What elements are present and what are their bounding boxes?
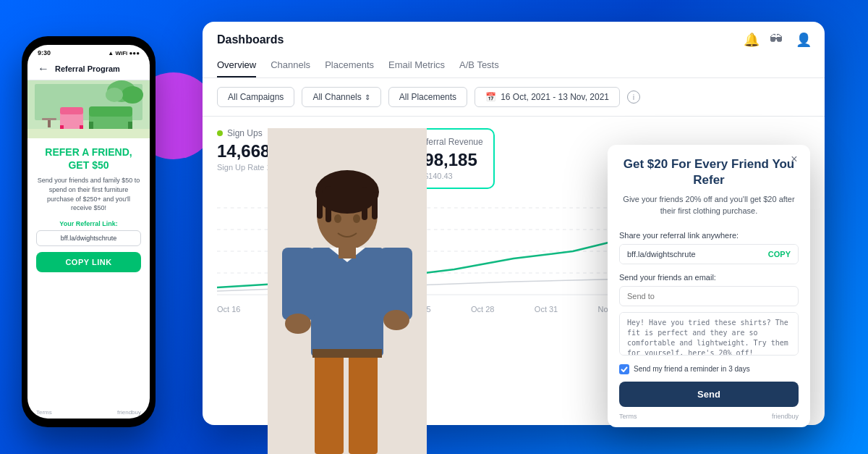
svg-rect-39: [312, 349, 382, 358]
popup-link-row: COPY: [619, 244, 799, 264]
svg-point-9: [122, 86, 143, 104]
info-icon[interactable]: i: [627, 91, 640, 104]
phone-back-button[interactable]: ←: [38, 62, 49, 75]
svg-rect-17: [89, 122, 93, 129]
popup-email-label: Send your friends an email:: [619, 273, 799, 282]
svg-rect-21: [27, 129, 150, 138]
sign-ups-dot: [217, 130, 223, 136]
svg-rect-38: [339, 244, 356, 258]
svg-point-35: [383, 310, 409, 330]
phone-status-bar: 9:30 ▲ WiFi ●●●: [27, 45, 150, 59]
tab-email-metrics[interactable]: Email Metrics: [388, 54, 445, 77]
phone-footer: Terms friendbuy: [27, 406, 150, 419]
svg-point-34: [285, 314, 311, 334]
dashboard-tabs: Overview Channels Placements Email Metri…: [217, 54, 810, 77]
tab-channels[interactable]: Channels: [271, 54, 310, 77]
glasses-icon[interactable]: 🕶: [770, 32, 784, 46]
svg-point-24: [315, 170, 379, 214]
popup-header: × Get $20 For Every Friend You Refer Giv…: [608, 145, 810, 231]
svg-rect-36: [315, 353, 344, 454]
phone-referral-label: Your Referral Link:: [36, 220, 141, 227]
svg-point-29: [334, 214, 341, 223]
referral-popup: × Get $20 For Every Friend You Refer Giv…: [608, 145, 810, 427]
phone-headline: REFER A FRIEND, GET $50: [36, 146, 141, 172]
phone-nav: ← Referral Program: [27, 59, 150, 80]
phone-screen: 9:30 ▲ WiFi ●●● ← Referral Program: [27, 45, 150, 419]
phone-referral-url: bff.la/dwightschrute: [36, 230, 141, 246]
svg-rect-31: [311, 248, 383, 356]
popup-checkbox-row: Send my friend a reminder in 3 days: [619, 364, 799, 374]
popup-share-label: Share your referral link anywhere:: [619, 231, 799, 240]
dashboard-title: Dashboards: [217, 33, 810, 46]
popup-checkbox-label: Send my friend a reminder in 3 days: [634, 365, 750, 373]
popup-content: Share your referral link anywhere: COPY …: [608, 231, 810, 413]
svg-rect-19: [42, 118, 56, 120]
header-icons: 🔔 🕶 👤: [744, 32, 810, 46]
svg-rect-20: [48, 120, 51, 127]
channels-filter[interactable]: All Channels ⇕: [302, 87, 380, 107]
svg-rect-27: [362, 188, 367, 220]
placements-filter[interactable]: All Placements: [388, 87, 467, 107]
popup-message-textarea[interactable]: Hey! Have you tried these shirts? The fi…: [619, 312, 799, 356]
svg-rect-12: [60, 107, 83, 114]
svg-rect-26: [326, 186, 331, 222]
person-svg: [268, 128, 427, 454]
phone-body-text: Send your friends and family $50 to spen…: [36, 176, 141, 212]
phone-copy-link-button[interactable]: COPY LINK: [36, 252, 141, 272]
phone: 9:30 ▲ WiFi ●●● ← Referral Program: [22, 36, 156, 427]
popup-title: Get $20 For Every Friend You Refer: [619, 156, 799, 188]
bell-icon[interactable]: 🔔: [744, 32, 758, 46]
phone-content: REFER A FRIEND, GET $50 Send your friend…: [27, 138, 150, 406]
svg-rect-25: [317, 190, 323, 219]
dashboard-filters: All Campaigns All Channels ⇕ All Placeme…: [203, 78, 825, 117]
svg-point-30: [353, 214, 360, 223]
svg-rect-28: [372, 192, 378, 219]
popup-footer: Terms friendbuy: [608, 413, 810, 427]
phone-hero-image: [27, 80, 150, 138]
tab-ab-tests[interactable]: A/B Tests: [459, 54, 499, 77]
svg-rect-32: [282, 248, 315, 320]
svg-rect-33: [380, 248, 412, 320]
tab-placements[interactable]: Placements: [325, 54, 374, 77]
popup-reminder-checkbox[interactable]: [619, 364, 629, 374]
popup-send-button[interactable]: Send: [619, 382, 799, 407]
campaigns-filter[interactable]: All Campaigns: [217, 87, 294, 107]
checkmark-icon: [621, 366, 628, 372]
svg-point-10: [106, 88, 123, 102]
popup-copy-button[interactable]: COPY: [761, 245, 798, 264]
popup-subtitle: Give your friends 20% off and you'll get…: [619, 194, 799, 217]
phone-nav-title: Referral Program: [55, 64, 120, 73]
popup-referral-url-input[interactable]: [620, 245, 761, 264]
popup-close-button[interactable]: ×: [787, 152, 801, 167]
svg-rect-37: [349, 353, 378, 454]
tab-overview[interactable]: Overview: [217, 54, 256, 77]
popup-email-input[interactable]: [619, 286, 799, 306]
svg-rect-18: [128, 122, 132, 129]
user-icon[interactable]: 👤: [796, 32, 810, 46]
date-range-filter[interactable]: 📅 16 Oct, 2021 - 13 Nov, 2021: [475, 87, 620, 107]
dashboard-header: Dashboards 🔔 🕶 👤 Overview Channels Place…: [203, 22, 825, 78]
person-photo: [268, 128, 427, 454]
svg-rect-16: [89, 106, 132, 117]
furniture-illustration: [27, 80, 150, 138]
